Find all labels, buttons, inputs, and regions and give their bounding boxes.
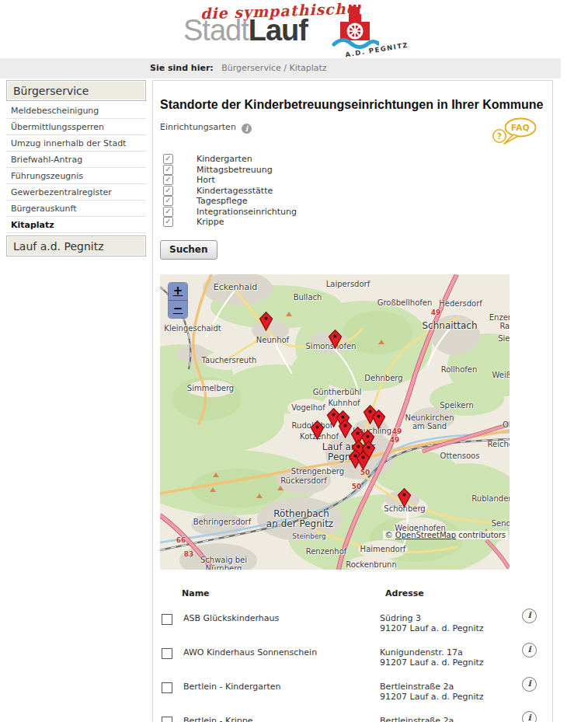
sidebar-item-briefwahl-antrag[interactable]: Briefwahl-Antrag: [6, 152, 146, 168]
facility-address-street: Südring 3: [380, 613, 522, 624]
row-checkbox[interactable]: [162, 682, 172, 693]
road-number-badge: 49: [390, 436, 400, 444]
road-number-badge: 83: [184, 550, 194, 558]
map-place-label: Dehnberg: [364, 373, 402, 382]
facility-name: ASB Glückskinderhaus: [183, 613, 363, 623]
map-place-label: Behringersdorf: [193, 517, 252, 525]
page: die sympathische StadtLauf: [0, 0, 588, 722]
attribution-suffix: contributors: [458, 531, 506, 539]
map-place-label: Güntherbühl: [313, 387, 362, 396]
map-place-label: Renzenhof: [306, 546, 347, 555]
map-place-label: Tauchersreuth: [202, 355, 257, 364]
facility-address-street: Kunigundenstr. 17a: [380, 647, 522, 658]
table-row: Bertlein - KrippeBertleinstraße 2ai: [160, 702, 546, 722]
facility-type-row: ✓Krippe: [162, 217, 552, 228]
map-place-label: Kleingeschaidt: [164, 323, 221, 332]
map-place-label: Hedersdorf: [439, 298, 482, 307]
map-marker-icon[interactable]: [328, 330, 343, 352]
facility-type-checkbox[interactable]: ✓: [163, 196, 173, 206]
facility-address-city: 91207 Lauf a. d. Pegnitz: [380, 692, 522, 703]
logo-text-stadt: Stadt: [183, 14, 249, 47]
map-zoom-out-button[interactable]: −: [169, 301, 187, 318]
facility-type-row: ✓Mittagsbetreuung: [162, 165, 552, 176]
peak-icon: [213, 473, 219, 477]
castle-icon: [331, 5, 379, 53]
breadcrumb: Sie sind hier: Bürgerservice / Kitaplatz: [0, 58, 561, 78]
map-place-label: Kuhnhof: [328, 398, 360, 406]
row-info-icon[interactable]: i: [522, 711, 537, 722]
facility-type-checkbox[interactable]: ✓: [163, 165, 173, 175]
info-icon[interactable]: i: [242, 124, 252, 134]
facility-type-label: Mittagsbetreuung: [197, 165, 273, 175]
map-marker-icon[interactable]: [356, 451, 371, 473]
sidebar-item--bermittlungssperren[interactable]: Übermittlungssperren: [6, 119, 146, 135]
map-attribution: © OpenStreetMap contributors: [383, 531, 508, 539]
map-place-label: Großbellhofen: [378, 298, 433, 306]
map-place-label: Rollhofen: [441, 364, 478, 373]
map[interactable]: EckenhaidBullachLaipersdorfGroßbellhofen…: [160, 274, 510, 570]
results-table-body: ASB GlückskinderhausSüdring 391207 Lauf …: [160, 599, 546, 722]
map-place-label: Sieg: [498, 333, 510, 342]
facility-type-checkbox[interactable]: ✓: [163, 154, 173, 164]
row-checkbox[interactable]: [162, 614, 172, 625]
search-button[interactable]: Suchen: [160, 240, 217, 260]
sidebar-item-gewerbezentralregister[interactable]: Gewerbezentralregister: [6, 184, 146, 201]
map-place-label: Bullach: [294, 292, 322, 301]
map-marker-icon[interactable]: [310, 420, 325, 443]
sidebar-item-umzug-innerhalb-der-stadt[interactable]: Umzug innerhalb der Stadt: [6, 135, 146, 152]
faq-icon[interactable]: ? FAQ: [491, 116, 538, 151]
facility-type-checkbox[interactable]: ✓: [163, 217, 173, 227]
map-marker-icon[interactable]: [259, 312, 273, 334]
sidebar: BürgerserviceMeldebescheinigungÜbermittl…: [6, 80, 146, 259]
map-place-label: Rockenbrunn: [346, 560, 397, 568]
map-marker-icon[interactable]: [371, 410, 386, 432]
facility-address: Bertleinstraße 2a: [380, 716, 522, 722]
map-marker-icon[interactable]: [397, 488, 412, 511]
facility-name: AWO Kinderhaus Sonnenschein: [183, 647, 363, 657]
map-place-label: Laipersdorf: [326, 279, 370, 288]
row-info-icon[interactable]: i: [522, 643, 537, 657]
facility-type-checkbox[interactable]: ✓: [163, 186, 173, 196]
road-number-badge: 50: [352, 483, 362, 490]
map-place-label: Rückersdorf: [280, 476, 326, 484]
facility-type-checkbox[interactable]: ✓: [163, 175, 173, 185]
row-checkbox[interactable]: [162, 648, 172, 659]
map-place-label: Sendelb: [492, 518, 510, 527]
facility-address-street: Bertleinstraße 2a: [380, 716, 522, 722]
map-place-label: Rab: [499, 321, 510, 330]
logo-text-lauf: Lauf: [249, 14, 308, 47]
openstreetmap-link[interactable]: OpenStreetMap: [395, 531, 456, 539]
facility-type-label: Kindergarten: [197, 154, 252, 164]
map-zoom-in-button[interactable]: +: [169, 283, 187, 301]
sidebar-section-title[interactable]: Lauf a.d. Pegnitz: [6, 235, 146, 256]
filter-row: Einrichtungsarteni ? FAQ: [160, 122, 545, 135]
facility-type-row: ✓Hort: [162, 175, 552, 186]
sidebar-item-f-hrungszeugnis[interactable]: Führungszeugnis: [6, 168, 146, 184]
map-place-label: Strengenberg: [291, 466, 344, 475]
map-place-label: am Sand: [412, 421, 447, 430]
column-header-name: Name: [182, 588, 385, 599]
table-row: AWO Kinderhaus SonnenscheinKunigundenstr…: [160, 633, 546, 668]
peak-icon: [277, 486, 284, 490]
facility-type-row: ✓Kindergarten: [162, 154, 552, 165]
facility-type-checkbox[interactable]: ✓: [163, 207, 173, 217]
row-info-icon[interactable]: i: [522, 677, 537, 692]
road-number-badge: 49: [392, 427, 402, 435]
table-row: Bertlein - KindergartenBertleinstraße 2a…: [160, 668, 546, 702]
faq-bubble-text: FAQ: [511, 123, 531, 132]
sidebar-item-b-rgerauskunft[interactable]: Bürgerauskunft: [6, 201, 146, 217]
breadcrumb-path[interactable]: Bürgerservice / Kitaplatz: [221, 63, 326, 73]
map-place-label: Haimendorf: [360, 544, 406, 553]
sidebar-item-meldebescheinigung[interactable]: Meldebescheinigung: [6, 103, 146, 119]
map-place-label: Reichens: [488, 439, 510, 448]
row-checkbox[interactable]: [162, 717, 172, 722]
sidebar-section-title[interactable]: Bürgerservice: [6, 80, 146, 101]
site-logo[interactable]: die sympathische StadtLauf: [177, 2, 402, 58]
map-place-label: Röthenbach: [273, 508, 329, 519]
sidebar-section-items: MeldebescheinigungÜbermittlungssperrenUm…: [6, 103, 146, 233]
facility-type-filters: ✓Kindergarten✓Mittagsbetreuung✓Hort✓Kind…: [162, 154, 552, 228]
row-info-icon[interactable]: i: [522, 609, 537, 623]
map-place-label: Eckenhaid: [214, 281, 257, 291]
sidebar-item-kitaplatz[interactable]: Kitaplatz: [6, 217, 146, 233]
map-place-label: Ottensoos: [440, 451, 480, 459]
